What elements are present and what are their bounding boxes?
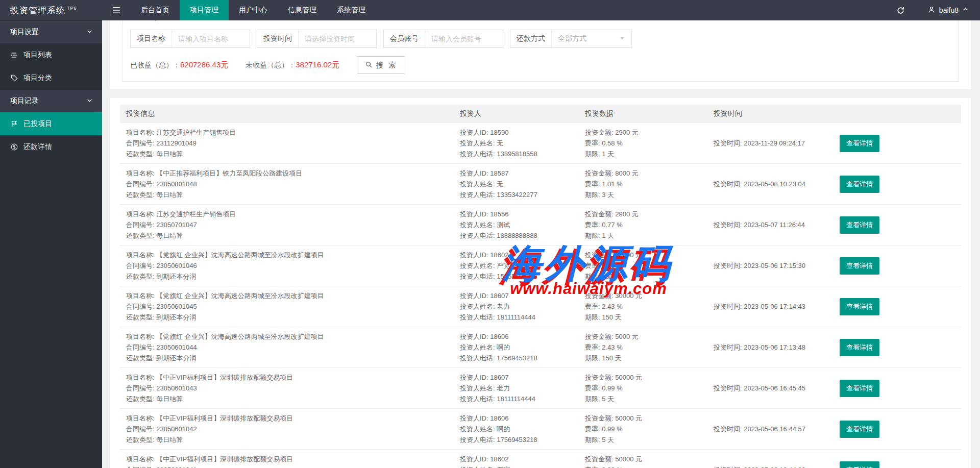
stat-2: 未收益（总）：382716.02元 <box>246 60 339 70</box>
cell-invest-time: 投资时间: 2023-05-07 11:26:44 <box>714 220 840 230</box>
sidebar-group-1[interactable]: 项目设置 <box>0 20 102 43</box>
sidebar-item-6[interactable]: 还款详情 <box>0 135 102 158</box>
detail-button[interactable]: 查看详情 <box>840 461 879 468</box>
menu-toggle-icon[interactable] <box>102 0 131 20</box>
app-title-text: 投资管理系统 <box>10 5 65 16</box>
cell-invest-data: 投资金额: 50000 元费率: 0.99 %期限: 5 天 <box>585 413 714 445</box>
cell-invest-time: 投资时间: 2023-05-06 16:45:45 <box>714 384 840 393</box>
search-field-4: 还款方式全部方式 <box>510 30 632 48</box>
flag-icon <box>10 120 18 128</box>
nav-tab-1[interactable]: 后台首页 <box>131 0 180 20</box>
sidebar-item-2[interactable]: 项目列表 <box>0 43 102 66</box>
field-label: 还款方式 <box>510 30 552 47</box>
table-row: 项目名称: 江苏交通护栏生产销售项目合同编号: 23112901049还款类型:… <box>120 123 961 164</box>
cell-invest-time: 投资时间: 2023-05-06 16:44:57 <box>714 425 840 434</box>
detail-button[interactable]: 查看详情 <box>840 257 879 275</box>
sidebar-group-4[interactable]: 项目记录 <box>0 89 102 112</box>
user-menu[interactable]: baifu8 <box>916 0 980 20</box>
search-fields: 项目名称投资时间会员账号还款方式全部方式 <box>130 30 951 48</box>
detail-button[interactable]: 查看详情 <box>840 135 879 152</box>
main-nav: 后台首页项目管理用户中心信息管理系统管理 <box>131 0 376 20</box>
cell-invest-time: 投资时间: 2023-05-06 17:13:48 <box>714 343 840 352</box>
table-row: 项目名称: 【党旗红 企业兴】沈海高速公路两城至汾水段改扩建项目合同编号: 23… <box>120 286 961 327</box>
username: baifu8 <box>939 6 959 14</box>
field-input-3[interactable] <box>425 30 503 47</box>
cell-invest-data: 投资金额: 8000 元费率: 1.01 %期限: 3 天 <box>585 168 714 200</box>
cell-investor: 投资人ID: 18607投资人姓名: 老力投资人电话: 18111114444 <box>460 290 585 323</box>
detail-button[interactable]: 查看详情 <box>840 298 879 315</box>
table-row: 项目名称: 【中正VIP福利项目】深圳碳排放配额交易项目合同编号: 230506… <box>120 368 961 409</box>
cell-action: 查看详情 <box>840 421 961 438</box>
main-content: 条件搜索 项目名称投资时间会员账号还款方式全部方式 已收益（总）：6207286… <box>102 0 980 468</box>
table-row: 项目名称: 【中正VIP福利项目】深圳碳排放配额交易项目合同编号: 230506… <box>120 450 961 468</box>
field-label: 投资时间 <box>257 30 299 47</box>
cell-action: 查看详情 <box>840 298 961 315</box>
detail-button[interactable]: 查看详情 <box>840 216 879 234</box>
cell-invest-data: 投资金额: 2900 元费率: 0.58 %期限: 1 天 <box>585 127 714 159</box>
table-row: 项目名称: 【中正VIP福利项目】深圳碳排放配额交易项目合同编号: 230506… <box>120 409 961 450</box>
cell-action: 查看详情 <box>840 135 961 152</box>
sidebar: 项目设置项目列表项目分类项目记录已投项目还款详情 <box>0 20 102 468</box>
top-navbar: 投资管理系统TP6 后台首页项目管理用户中心信息管理系统管理 baifu8 <box>0 0 980 20</box>
cell-invest-time: 投资时间: 2023-05-06 17:14:43 <box>714 302 840 311</box>
field-input-2[interactable] <box>299 30 376 47</box>
stats: 已收益（总）：6207286.43元未收益（总）：382716.02元 <box>130 60 357 70</box>
cell-action: 查看详情 <box>840 176 961 193</box>
detail-button[interactable]: 查看详情 <box>840 339 879 356</box>
user-icon <box>927 6 936 15</box>
cell-investor: 投资人ID: 18602投资人姓名: 严宽投资人电话: 15555655555 <box>460 250 585 282</box>
cell-project-info: 项目名称: 【中正VIP福利项目】深圳碳排放配额交易项目合同编号: 230506… <box>120 372 460 404</box>
search-field-3: 会员账号 <box>383 30 503 48</box>
cell-invest-data: 投资金额: 30000 元费率: 2.43 %期限: 150 天 <box>585 290 714 323</box>
cell-investor: 投资人ID: 18606投资人姓名: 啊的投资人电话: 17569453218 <box>460 331 585 363</box>
cell-action: 查看详情 <box>840 216 961 234</box>
cell-investor: 投资人ID: 18607投资人姓名: 老力投资人电话: 18111114444 <box>460 372 585 404</box>
cell-invest-time: 投资时间: 2023-05-08 10:23:04 <box>714 180 840 189</box>
cell-investor: 投资人ID: 18602投资人姓名: 严宽投资人电话: 15555655555 <box>460 454 585 468</box>
cell-invest-data: 投资金额: 5000 元费率: 2.43 %期限: 150 天 <box>585 331 714 363</box>
sidebar-item-3[interactable]: 项目分类 <box>0 66 102 89</box>
search-button[interactable]: 搜 索 <box>357 56 405 74</box>
cell-action: 查看详情 <box>840 257 961 275</box>
cell-project-info: 项目名称: 【中正VIP福利项目】深圳碳排放配额交易项目合同编号: 230506… <box>120 454 460 468</box>
cell-invest-data: 投资金额: 2900 元费率: 0.77 %期限: 1 天 <box>585 209 714 241</box>
nav-tab-3[interactable]: 用户中心 <box>229 0 278 20</box>
search-field-1: 项目名称 <box>130 30 250 48</box>
cell-invest-time: 投资时间: 2023-05-06 16:44:00 <box>714 465 840 468</box>
tag-icon <box>10 74 18 82</box>
detail-button[interactable]: 查看详情 <box>840 176 879 193</box>
table-row: 项目名称: 【中正推荐福利项目】铁力至凤阳段公路建设项目合同编号: 230508… <box>120 164 961 205</box>
nav-tab-4[interactable]: 信息管理 <box>278 0 327 20</box>
stat-1: 已收益（总）：6207286.43元 <box>130 60 228 70</box>
money-icon <box>10 143 18 151</box>
nav-tab-5[interactable]: 系统管理 <box>327 0 376 20</box>
field-label: 项目名称 <box>131 30 172 47</box>
header-right: baifu8 <box>885 0 980 20</box>
sidebar-item-5[interactable]: 已投项目 <box>0 112 102 135</box>
detail-button[interactable]: 查看详情 <box>840 380 879 397</box>
cell-invest-data: 投资金额: 50000 元费率: 0.99 %期限: 5 天 <box>585 454 714 468</box>
detail-button[interactable]: 查看详情 <box>840 421 879 438</box>
chevron-down-icon <box>86 97 93 105</box>
cell-investor: 投资人ID: 18556投资人姓名: 测试投资人电话: 18888888888 <box>460 209 585 241</box>
cell-project-info: 项目名称: 【中正VIP福利项目】深圳碳排放配额交易项目合同编号: 230506… <box>120 413 460 445</box>
table-header-row: 投资信息投资人投资数据投资时间 <box>120 105 961 123</box>
field-label: 会员账号 <box>384 30 425 47</box>
app-title: 投资管理系统TP6 <box>0 0 102 20</box>
list-icon <box>10 51 18 59</box>
cell-invest-time: 投资时间: 2023-05-06 17:15:30 <box>714 261 840 270</box>
refresh-icon[interactable] <box>885 0 916 20</box>
column-header-1: 投资信息 <box>120 109 460 118</box>
table-row: 项目名称: 江苏交通护栏生产销售项目合同编号: 23050701047还款类型:… <box>120 205 961 245</box>
nav-tab-2[interactable]: 项目管理 <box>180 0 229 20</box>
repay-method-select[interactable]: 全部方式 <box>552 30 631 47</box>
field-input-1[interactable] <box>172 30 250 47</box>
cell-action: 查看详情 <box>840 461 961 468</box>
investments-table: 投资信息投资人投资数据投资时间 项目名称: 江苏交通护栏生产销售项目合同编号: … <box>110 98 971 468</box>
cell-invest-data: 投资金额: 10000 元费率: 2.43 %期限: 150 天 <box>585 250 714 282</box>
table-row: 项目名称: 【党旗红 企业兴】沈海高速公路两城至汾水段改扩建项目合同编号: 23… <box>120 245 961 286</box>
cell-project-info: 项目名称: 江苏交通护栏生产销售项目合同编号: 23050701047还款类型:… <box>120 209 460 241</box>
search-fieldset: 条件搜索 项目名称投资时间会员账号还款方式全部方式 已收益（总）：6207286… <box>122 13 959 82</box>
column-header-4: 投资时间 <box>714 109 840 118</box>
chevron-down-icon <box>86 28 93 36</box>
